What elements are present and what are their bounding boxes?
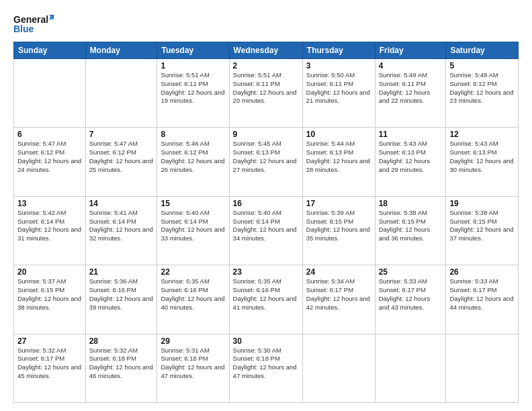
cell-info-text: Sunrise: 5:50 AM Sunset: 6:11 PM Dayligh…	[306, 71, 371, 105]
calendar-cell: 18Sunrise: 5:38 AM Sunset: 6:15 PM Dayli…	[375, 196, 446, 265]
cell-day-number: 5	[449, 61, 515, 71]
calendar-cell: 14Sunrise: 5:41 AM Sunset: 6:14 PM Dayli…	[85, 196, 157, 265]
calendar-cell: 16Sunrise: 5:40 AM Sunset: 6:14 PM Dayli…	[229, 196, 302, 265]
week-row-0: 1Sunrise: 5:51 AM Sunset: 6:11 PM Daylig…	[14, 59, 519, 128]
cell-day-number: 16	[233, 199, 299, 208]
cell-day-number: 3	[306, 61, 371, 71]
calendar-cell: 9Sunrise: 5:45 AM Sunset: 6:13 PM Daylig…	[229, 128, 302, 196]
week-row-3: 20Sunrise: 5:37 AM Sunset: 6:15 PM Dayli…	[14, 265, 519, 334]
calendar-cell: 27Sunrise: 5:32 AM Sunset: 6:17 PM Dayli…	[14, 334, 86, 402]
cell-info-text: Sunrise: 5:40 AM Sunset: 6:14 PM Dayligh…	[161, 209, 225, 243]
calendar-cell: 13Sunrise: 5:42 AM Sunset: 6:14 PM Dayli…	[14, 196, 86, 265]
weekday-header-row: SundayMondayTuesdayWednesdayThursdayFrid…	[14, 42, 519, 59]
generalblue-logo-icon: General Blue	[13, 12, 54, 36]
cell-day-number: 28	[89, 336, 154, 346]
cell-day-number: 4	[379, 61, 443, 71]
calendar-cell	[302, 334, 375, 402]
cell-day-number: 7	[89, 130, 154, 139]
cell-day-number: 14	[89, 199, 154, 208]
calendar-cell: 6Sunrise: 5:47 AM Sunset: 6:12 PM Daylig…	[14, 128, 86, 196]
calendar-cell: 21Sunrise: 5:36 AM Sunset: 6:16 PM Dayli…	[85, 265, 157, 334]
svg-text:Blue: Blue	[13, 24, 34, 34]
cell-info-text: Sunrise: 5:47 AM Sunset: 6:12 PM Dayligh…	[89, 140, 154, 174]
calendar-cell: 15Sunrise: 5:40 AM Sunset: 6:14 PM Dayli…	[157, 196, 229, 265]
calendar-cell	[14, 59, 86, 128]
weekday-header-friday: Friday	[375, 42, 446, 59]
cell-day-number: 6	[17, 130, 82, 139]
header: General Blue	[13, 12, 519, 36]
cell-day-number: 22	[161, 267, 225, 277]
calendar-cell: 10Sunrise: 5:44 AM Sunset: 6:13 PM Dayli…	[302, 128, 375, 196]
cell-day-number: 21	[89, 267, 154, 277]
calendar-cell: 29Sunrise: 5:31 AM Sunset: 6:18 PM Dayli…	[157, 334, 229, 402]
cell-day-number: 24	[306, 267, 371, 277]
cell-day-number: 18	[379, 199, 443, 208]
page: General Blue SundayMondayTuesdayWednesda…	[0, 0, 532, 411]
cell-day-number: 29	[161, 336, 225, 346]
cell-day-number: 25	[379, 267, 443, 277]
cell-info-text: Sunrise: 5:38 AM Sunset: 6:15 PM Dayligh…	[449, 209, 515, 243]
cell-day-number: 2	[233, 61, 299, 71]
cell-info-text: Sunrise: 5:39 AM Sunset: 6:15 PM Dayligh…	[306, 209, 371, 243]
calendar-cell: 22Sunrise: 5:35 AM Sunset: 6:16 PM Dayli…	[157, 265, 229, 334]
cell-info-text: Sunrise: 5:32 AM Sunset: 6:17 PM Dayligh…	[17, 347, 82, 381]
calendar-cell: 30Sunrise: 5:30 AM Sunset: 6:18 PM Dayli…	[229, 334, 302, 402]
cell-day-number: 20	[17, 267, 82, 277]
cell-info-text: Sunrise: 5:47 AM Sunset: 6:12 PM Dayligh…	[17, 140, 82, 174]
cell-info-text: Sunrise: 5:40 AM Sunset: 6:14 PM Dayligh…	[233, 209, 299, 243]
cell-day-number: 27	[17, 336, 82, 346]
cell-info-text: Sunrise: 5:46 AM Sunset: 6:12 PM Dayligh…	[161, 140, 225, 174]
week-row-1: 6Sunrise: 5:47 AM Sunset: 6:12 PM Daylig…	[14, 128, 519, 196]
cell-day-number: 19	[449, 199, 515, 208]
cell-info-text: Sunrise: 5:38 AM Sunset: 6:15 PM Dayligh…	[379, 209, 443, 243]
cell-info-text: Sunrise: 5:30 AM Sunset: 6:18 PM Dayligh…	[233, 347, 299, 381]
cell-day-number: 26	[449, 267, 515, 277]
calendar-cell: 2Sunrise: 5:51 AM Sunset: 6:11 PM Daylig…	[229, 59, 302, 128]
weekday-header-saturday: Saturday	[446, 42, 519, 59]
calendar-cell	[85, 59, 157, 128]
calendar-cell: 8Sunrise: 5:46 AM Sunset: 6:12 PM Daylig…	[157, 128, 229, 196]
calendar-cell: 4Sunrise: 5:49 AM Sunset: 6:11 PM Daylig…	[375, 59, 446, 128]
cell-day-number: 10	[306, 130, 371, 139]
cell-day-number: 23	[233, 267, 299, 277]
calendar-cell: 12Sunrise: 5:43 AM Sunset: 6:13 PM Dayli…	[446, 128, 519, 196]
weekday-header-thursday: Thursday	[302, 42, 375, 59]
calendar-cell: 23Sunrise: 5:35 AM Sunset: 6:16 PM Dayli…	[229, 265, 302, 334]
weekday-header-wednesday: Wednesday	[229, 42, 302, 59]
calendar-cell: 1Sunrise: 5:51 AM Sunset: 6:11 PM Daylig…	[157, 59, 229, 128]
cell-day-number: 15	[161, 199, 225, 208]
cell-info-text: Sunrise: 5:42 AM Sunset: 6:14 PM Dayligh…	[17, 209, 82, 243]
cell-info-text: Sunrise: 5:43 AM Sunset: 6:13 PM Dayligh…	[449, 140, 515, 174]
cell-info-text: Sunrise: 5:48 AM Sunset: 6:12 PM Dayligh…	[449, 71, 515, 105]
cell-info-text: Sunrise: 5:45 AM Sunset: 6:13 PM Dayligh…	[233, 140, 299, 174]
calendar-cell: 7Sunrise: 5:47 AM Sunset: 6:12 PM Daylig…	[85, 128, 157, 196]
cell-info-text: Sunrise: 5:43 AM Sunset: 6:13 PM Dayligh…	[379, 140, 443, 174]
cell-info-text: Sunrise: 5:49 AM Sunset: 6:11 PM Dayligh…	[379, 71, 443, 105]
cell-info-text: Sunrise: 5:36 AM Sunset: 6:16 PM Dayligh…	[89, 277, 154, 312]
cell-day-number: 17	[306, 199, 371, 208]
cell-info-text: Sunrise: 5:34 AM Sunset: 6:17 PM Dayligh…	[306, 277, 371, 312]
calendar-cell: 26Sunrise: 5:33 AM Sunset: 6:17 PM Dayli…	[446, 265, 519, 334]
calendar-cell: 5Sunrise: 5:48 AM Sunset: 6:12 PM Daylig…	[446, 59, 519, 128]
calendar-cell: 19Sunrise: 5:38 AM Sunset: 6:15 PM Dayli…	[446, 196, 519, 265]
week-row-4: 27Sunrise: 5:32 AM Sunset: 6:17 PM Dayli…	[14, 334, 519, 402]
calendar-cell	[446, 334, 519, 402]
cell-info-text: Sunrise: 5:51 AM Sunset: 6:11 PM Dayligh…	[233, 71, 299, 105]
cell-info-text: Sunrise: 5:51 AM Sunset: 6:11 PM Dayligh…	[161, 71, 225, 105]
weekday-header-tuesday: Tuesday	[157, 42, 229, 59]
cell-day-number: 30	[233, 336, 299, 346]
cell-info-text: Sunrise: 5:37 AM Sunset: 6:15 PM Dayligh…	[17, 277, 82, 312]
cell-day-number: 12	[449, 130, 515, 139]
cell-day-number: 9	[233, 130, 299, 139]
cell-day-number: 13	[17, 199, 82, 208]
calendar-cell: 11Sunrise: 5:43 AM Sunset: 6:13 PM Dayli…	[375, 128, 446, 196]
weekday-header-monday: Monday	[85, 42, 157, 59]
calendar-cell: 20Sunrise: 5:37 AM Sunset: 6:15 PM Dayli…	[14, 265, 86, 334]
calendar-cell: 3Sunrise: 5:50 AM Sunset: 6:11 PM Daylig…	[302, 59, 375, 128]
cell-day-number: 11	[379, 130, 443, 139]
calendar-cell: 17Sunrise: 5:39 AM Sunset: 6:15 PM Dayli…	[302, 196, 375, 265]
cell-info-text: Sunrise: 5:31 AM Sunset: 6:18 PM Dayligh…	[161, 347, 225, 381]
weekday-header-sunday: Sunday	[14, 42, 86, 59]
logo: General Blue	[13, 12, 54, 36]
calendar-cell: 24Sunrise: 5:34 AM Sunset: 6:17 PM Dayli…	[302, 265, 375, 334]
